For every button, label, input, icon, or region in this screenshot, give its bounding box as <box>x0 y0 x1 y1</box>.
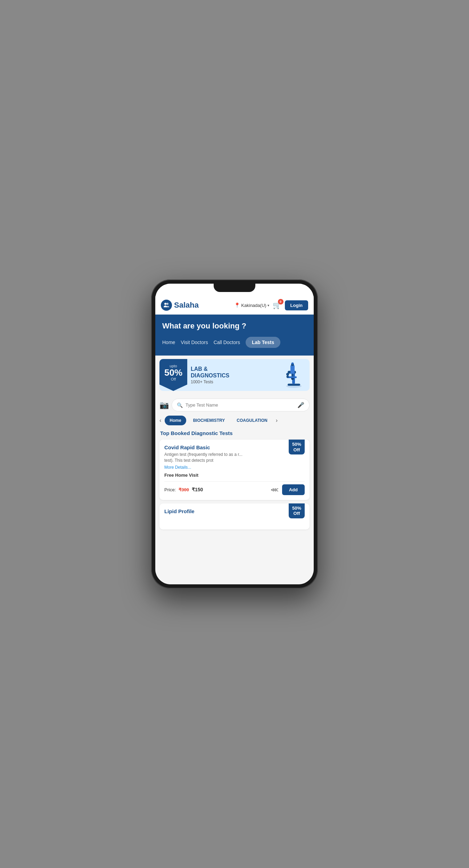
promo-title: LAB &DIAGNOSTICS <box>191 366 275 379</box>
search-input[interactable] <box>186 402 295 408</box>
home-visit-covid: Free Home Visit <box>164 473 305 478</box>
promo-banner: upto 50% Off LAB &DIAGNOSTICS 1000+ Test… <box>159 359 310 391</box>
nav-tab-home[interactable]: Home <box>162 339 175 346</box>
test-name-lipid: Lipid Profile <box>164 508 305 514</box>
promo-discount: upto 50% Off <box>159 359 187 391</box>
nav-tab-visit-doctors[interactable]: Visit Doctors <box>181 339 208 346</box>
test-name-covid: Covid Rapid Basic <box>164 444 305 450</box>
chevron-down-icon: ▾ <box>268 303 269 307</box>
location-pin-icon: 📍 <box>234 302 240 308</box>
promo-off-text: Off <box>171 377 176 381</box>
price-row-covid: Price: ₹300 ₹150 ⋘ Add <box>164 484 305 495</box>
svg-point-1 <box>166 303 168 305</box>
svg-point-12 <box>286 373 289 376</box>
promo-percent-text: 50% <box>164 368 182 377</box>
notch <box>214 284 255 292</box>
camera-button[interactable]: 📷 <box>159 401 169 410</box>
promo-center: LAB &DIAGNOSTICS 1000+ Tests <box>187 361 278 389</box>
price-discounted-covid: ₹150 <box>192 487 203 492</box>
category-tab-biochemistry[interactable]: BIOCHEMISTRY <box>188 416 230 425</box>
microphone-icon[interactable]: 🎤 <box>297 402 304 408</box>
logo-icon <box>161 300 172 311</box>
svg-rect-6 <box>290 365 295 374</box>
category-tab-home[interactable]: Home <box>165 416 186 425</box>
app-header: Salaha 📍 Kakinada(U) ▾ 🛒 0 Login <box>155 296 314 315</box>
category-tabs: ‹ Home BIOCHEMISTRY COAGULATION › <box>155 414 314 428</box>
logo: Salaha <box>161 300 199 311</box>
search-row: 📷 🔍 🎤 <box>155 394 314 414</box>
phone-frame: Salaha 📍 Kakinada(U) ▾ 🛒 0 Login <box>151 279 318 589</box>
svg-point-0 <box>164 303 166 305</box>
add-button-covid[interactable]: Add <box>282 484 305 495</box>
location-selector[interactable]: 📍 Kakinada(U) ▾ <box>234 302 269 308</box>
svg-point-13 <box>287 376 289 378</box>
category-tab-coagulation[interactable]: COAGULATION <box>232 416 272 425</box>
price-section-covid: Price: ₹300 ₹150 <box>164 487 203 492</box>
search-icon: 🔍 <box>177 402 183 408</box>
category-prev-button[interactable]: ‹ <box>158 417 163 424</box>
section-title: Top Booked Diagnostic Tests <box>155 428 314 440</box>
discount-badge-covid: 50%Off <box>289 440 305 454</box>
more-details-covid[interactable]: More Details... <box>164 465 305 470</box>
logo-text: Salaha <box>174 301 199 310</box>
cart-badge: 0 <box>278 299 283 304</box>
share-icon-covid[interactable]: ⋘ <box>271 486 279 493</box>
nav-tabs: Home Visit Doctors Call Doctors Lab Test… <box>162 337 307 348</box>
test-card-lipid: 50%Off Lipid Profile <box>159 503 310 529</box>
notch-area <box>155 284 314 296</box>
promo-image <box>278 361 310 389</box>
test-card-covid: 50%Off Covid Rapid Basic Antigen test (f… <box>159 440 310 500</box>
price-label-covid: Price: <box>164 487 176 492</box>
card-divider-covid <box>164 481 305 482</box>
svg-rect-8 <box>291 362 294 364</box>
search-box: 🔍 🎤 <box>172 399 310 411</box>
category-next-button[interactable]: › <box>274 417 279 424</box>
login-button[interactable]: Login <box>285 300 308 310</box>
header-right: 📍 Kakinada(U) ▾ 🛒 0 Login <box>234 300 308 310</box>
price-actions-covid: ⋘ Add <box>271 484 305 495</box>
test-desc-covid: Antigen test (frequently referred to as … <box>164 452 305 464</box>
discount-badge-lipid: 50%Off <box>289 503 305 518</box>
location-text: Kakinada(U) <box>241 303 266 308</box>
screen-content: Salaha 📍 Kakinada(U) ▾ 🛒 0 Login <box>155 296 314 584</box>
price-original-covid: ₹300 <box>179 487 189 492</box>
cart-wrapper[interactable]: 🛒 0 <box>273 301 281 309</box>
hero-title: What are you looking ? <box>162 322 307 331</box>
svg-rect-3 <box>288 384 300 386</box>
hero-banner: What are you looking ? Home Visit Doctor… <box>155 315 314 356</box>
nav-tab-call-doctors[interactable]: Call Doctors <box>214 339 240 346</box>
promo-subtitle: 1000+ Tests <box>191 379 275 384</box>
nav-tab-lab-tests[interactable]: Lab Tests <box>246 337 280 348</box>
phone-screen: Salaha 📍 Kakinada(U) ▾ 🛒 0 Login <box>155 284 314 584</box>
